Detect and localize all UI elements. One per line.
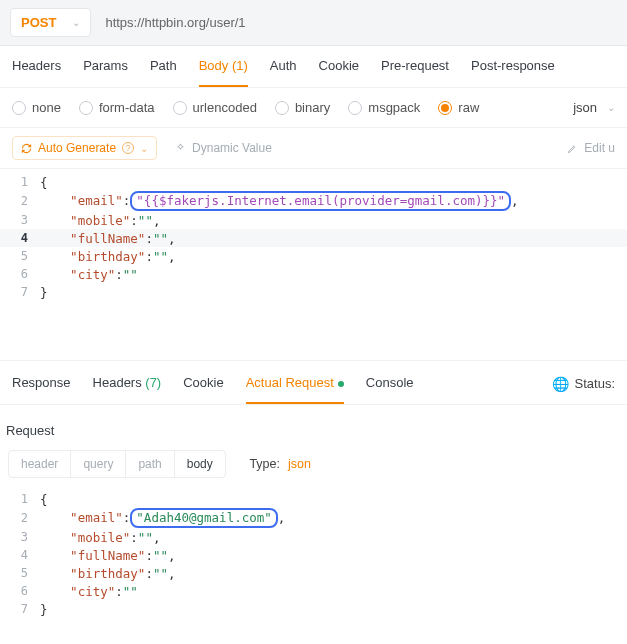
tab-post-response[interactable]: Post-response	[471, 58, 555, 87]
line-number: 7	[0, 285, 40, 299]
line-number: 5	[0, 566, 40, 580]
dot-indicator-icon	[338, 381, 344, 387]
line-number: 2	[0, 511, 40, 525]
radio-label: urlencoded	[193, 100, 257, 115]
body-lang-label: json	[573, 100, 597, 115]
tab-body[interactable]: Body (1)	[199, 58, 248, 87]
radio-none[interactable]: none	[12, 100, 61, 115]
code-value: ""	[138, 213, 153, 228]
code-template-value: "{{$fakerjs.Internet.email(provider=gmai…	[136, 193, 505, 208]
code-punct: ,	[153, 213, 161, 228]
url-input[interactable]: https://httpbin.org/user/1	[101, 9, 617, 36]
code-punct: ,	[168, 249, 176, 264]
subtab-query[interactable]: query	[71, 451, 126, 477]
request-body-editor[interactable]: 1{ 2 "email":"{{$fakerjs.Internet.email(…	[0, 169, 627, 321]
subtab-header[interactable]: header	[9, 451, 71, 477]
resp-tab-headers-label: Headers	[93, 375, 142, 390]
code-value: ""	[123, 584, 138, 599]
line-number: 6	[0, 267, 40, 281]
radio-icon	[275, 101, 289, 115]
code-punct: :	[145, 566, 153, 581]
code-punct: :	[145, 231, 153, 246]
radio-icon	[79, 101, 93, 115]
resp-tab-cookie[interactable]: Cookie	[183, 375, 223, 404]
refresh-icon	[21, 143, 32, 154]
code-punct: ,	[511, 193, 519, 208]
code-punct: :	[145, 548, 153, 563]
body-lang-select[interactable]: json ⌄	[573, 100, 615, 115]
resp-tab-response[interactable]: Response	[12, 375, 71, 404]
chevron-down-icon: ⌄	[140, 143, 148, 154]
edit-button[interactable]: Edit u	[567, 141, 615, 155]
auto-generate-label: Auto Generate	[38, 141, 116, 155]
code-key: "mobile"	[70, 530, 130, 545]
resp-tab-actual-request[interactable]: Actual Request	[246, 375, 344, 404]
tab-auth[interactable]: Auth	[270, 58, 297, 87]
code-punct: ,	[168, 566, 176, 581]
dynamic-value-button[interactable]: Dynamic Value	[175, 141, 272, 155]
code-key: "email"	[70, 193, 123, 208]
code-brace: {	[40, 492, 48, 507]
code-key: "city"	[70, 584, 115, 599]
code-key: "fullName"	[70, 548, 145, 563]
resp-tab-headers[interactable]: Headers (7)	[93, 375, 162, 404]
line-number: 4	[0, 231, 40, 245]
editor-toolbar: Auto Generate ? ⌄ Dynamic Value Edit u	[0, 128, 627, 169]
line-number: 2	[0, 194, 40, 208]
code-punct: :	[115, 267, 123, 282]
radio-formdata[interactable]: form-data	[79, 100, 155, 115]
code-punct: :	[123, 193, 131, 208]
chevron-down-icon: ⌄	[72, 17, 80, 28]
radio-binary[interactable]: binary	[275, 100, 330, 115]
tab-cookie[interactable]: Cookie	[319, 58, 359, 87]
method-select[interactable]: POST ⌄	[10, 8, 91, 37]
subtab-body[interactable]: body	[175, 451, 225, 477]
line-number: 5	[0, 249, 40, 263]
code-value: ""	[138, 530, 153, 545]
code-punct: ,	[168, 231, 176, 246]
request-section-title: Request	[0, 405, 627, 450]
chevron-down-icon: ⌄	[607, 102, 615, 113]
line-number: 7	[0, 602, 40, 616]
tab-path[interactable]: Path	[150, 58, 177, 87]
body-type-row: none form-data urlencoded binary msgpack…	[0, 88, 627, 128]
highlight-resolved: "Adah40@gmail.com"	[130, 508, 277, 528]
help-icon: ?	[122, 142, 134, 154]
line-number: 1	[0, 175, 40, 189]
code-punct: :	[130, 530, 138, 545]
tab-params[interactable]: Params	[83, 58, 128, 87]
code-key: "city"	[70, 267, 115, 282]
code-value: ""	[153, 548, 168, 563]
request-tabs: Headers Params Path Body (1) Auth Cookie…	[0, 46, 627, 88]
code-value: ""	[123, 267, 138, 282]
code-punct: ,	[153, 530, 161, 545]
radio-label: none	[32, 100, 61, 115]
code-punct: ,	[168, 548, 176, 563]
code-key: "mobile"	[70, 213, 130, 228]
subtab-path[interactable]: path	[126, 451, 174, 477]
request-subtabs: header query path body	[8, 450, 226, 478]
code-value: "Adah40@gmail.com"	[136, 510, 271, 525]
magic-icon	[175, 143, 186, 154]
code-brace: {	[40, 175, 48, 190]
auto-generate-button[interactable]: Auto Generate ? ⌄	[12, 136, 157, 160]
tab-headers[interactable]: Headers	[12, 58, 61, 87]
radio-label: msgpack	[368, 100, 420, 115]
resp-tab-actual-label: Actual Request	[246, 375, 334, 390]
tab-pre-request[interactable]: Pre-request	[381, 58, 449, 87]
line-number: 6	[0, 584, 40, 598]
resp-tab-console[interactable]: Console	[366, 375, 414, 404]
pencil-icon	[567, 143, 578, 154]
status-indicator[interactable]: 🌐 Status:	[552, 376, 615, 404]
code-key: "email"	[70, 510, 123, 525]
code-key: "fullName"	[70, 231, 145, 246]
method-label: POST	[21, 15, 56, 30]
radio-raw[interactable]: raw	[438, 100, 479, 115]
code-brace: }	[40, 285, 48, 300]
radio-urlencoded[interactable]: urlencoded	[173, 100, 257, 115]
radio-msgpack[interactable]: msgpack	[348, 100, 420, 115]
resp-tab-headers-count: (7)	[145, 375, 161, 390]
code-key: "birthday"	[70, 566, 145, 581]
type-row: Type: json	[249, 457, 311, 471]
line-number: 1	[0, 492, 40, 506]
